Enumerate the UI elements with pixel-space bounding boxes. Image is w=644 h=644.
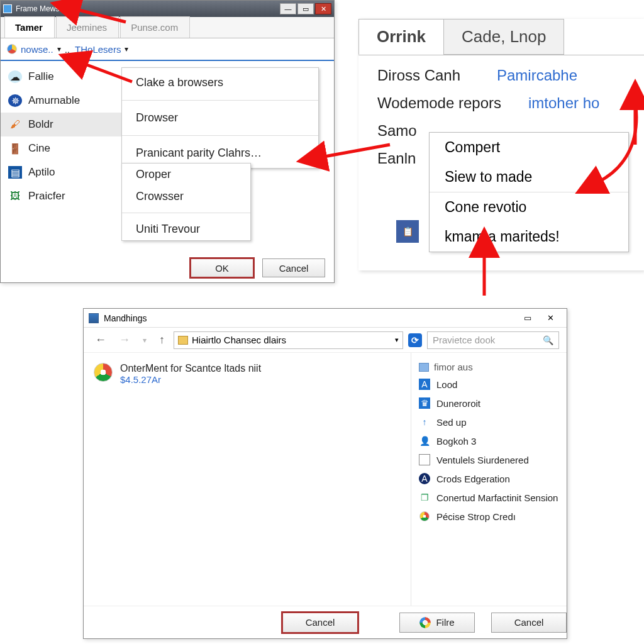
menu-item[interactable]: Uniti Trevour [122,218,250,240]
menu-item[interactable]: Siew to made [430,162,628,192]
side-item[interactable]: ♛Duneroroit [411,394,567,413]
cancel-button[interactable]: Cancel [282,613,358,633]
file-name: OnterMent for Scantce ltads niit [120,363,261,374]
row-link[interactable]: imtoher ho [528,94,599,112]
address-bar[interactable]: Hiairtlo Chansec dlairs ▾ [174,331,403,349]
side-item[interactable]: ❐Conertud Marfactinit Sension [411,488,567,507]
side-panel: fimor aus ALood ♛Duneroroit ↑Sed up 👤Bog… [411,353,567,606]
list-item[interactable]: ☁Fallie [1,65,121,89]
combo-tholesers[interactable]: THoLesers ▾ [75,44,128,55]
side-item[interactable]: Pécise Strop Credı [411,507,567,526]
cancel-button-2[interactable]: Cancel [491,613,567,633]
menu-item[interactable]: Compert [430,133,628,162]
tab-cade-lnop[interactable]: Cade, Lnop [443,19,564,55]
clipboard-icon: 📋 [396,220,419,243]
list-item[interactable]: ✵Amurnable [1,89,121,113]
chevron-down-icon: ▾ [57,45,61,53]
tab-punse[interactable]: Punse.com [120,16,190,38]
back-button[interactable]: ← [91,333,110,347]
filre-button[interactable]: Filre [399,613,475,633]
browser-list: ☁Fallie ✵Amurnable 🖌Boldr 🚪Cine ▤Aptilo … [1,61,121,212]
row-label: Diross Canh [377,67,497,84]
side-header: fimor aus [411,359,567,375]
side-item[interactable]: 👤Bogkoh 3 [411,431,567,450]
list-item[interactable]: 🚪Cine [1,136,121,160]
window-title: Frame Mewsers [16,4,70,13]
list-item[interactable]: 🖌Boldr [1,113,121,136]
recent-chevron-icon[interactable]: ▾ [139,336,150,345]
side-item[interactable]: ALood [411,375,567,394]
nav-bar: ← → ▾ ↑ Hiairtlo Chansec dlairs ▾ ⟳ Prav… [84,328,567,353]
minimize-button[interactable]: — [280,3,296,14]
panel-tabs: Orrink Cade, Lnop [358,19,644,55]
maximize-button[interactable]: ▭ [516,311,539,325]
row-link[interactable]: Pamircabhe [497,67,577,84]
forward-button[interactable]: → [115,333,134,347]
menu-item[interactable]: Cone revotio [430,192,628,222]
side-item[interactable]: Ventulels Siurdenered [411,450,567,469]
chevron-down-icon: ▾ [395,336,399,344]
menu-item[interactable]: kmam a mariteds! [430,222,628,252]
context-menu-main: Clake a browsers Drowser Pranicant parit… [121,67,319,169]
chrome-icon [94,363,113,382]
window-title: Mandhings [104,313,147,323]
folder-icon [178,336,188,345]
mandhings-window: Mandhings ▭ ✕ ← → ▾ ↑ Hiairtlo Chansec d… [83,308,567,639]
tab-jeemines[interactable]: Jeemines [56,16,119,38]
titlebar[interactable]: Mandhings ▭ ✕ [84,309,567,328]
menu-item[interactable]: Drowser [122,103,318,133]
list-item[interactable]: ▤Aptilo [1,160,121,184]
orrink-panel: Orrink Cade, Lnop Diross CanhPamircabhe … [358,19,644,270]
frame-mewsers-window: Frame Mewsers — ▭ ✕ Tamer Jeemines Punse… [0,0,335,283]
search-icon: 🔍 [543,335,553,345]
app-icon [89,313,99,323]
file-meta: $4.5.27Ar [120,374,261,385]
titlebar[interactable]: Frame Mewsers — ▭ ✕ [1,1,334,17]
context-menu-sub: Oroper Crowsser Uniti Trevour [121,163,251,241]
tab-bar: Tamer Jeemines Punse.com [1,17,334,38]
menu-item[interactable]: Clake a browsers [122,68,318,97]
side-item[interactable]: ACrods Edgeration [411,469,567,488]
cancel-button[interactable]: Cancel [262,258,325,277]
context-menu: Compert Siew to made Cone revotio kmam a… [429,132,629,252]
combo-nowse[interactable]: nowse.. ▾ .. [7,44,70,55]
chevron-down-icon: ▾ [125,45,128,53]
close-button[interactable]: ✕ [315,3,331,14]
side-item[interactable]: ↑Sed up [411,413,567,431]
tab-orrink[interactable]: Orrink [358,19,444,55]
row-label: Wodemode repors [377,94,528,112]
refresh-button[interactable]: ⟳ [408,333,422,347]
maximize-button[interactable]: ▭ [297,3,314,14]
app-icon [3,4,12,13]
list-item[interactable]: 🖼Praicfer [1,184,121,208]
tab-tamer[interactable]: Tamer [4,16,55,38]
ok-button[interactable]: OK [191,258,253,277]
up-button[interactable]: ↑ [155,333,169,347]
file-item[interactable]: OnterMent for Scantce ltads niit $4.5.27… [94,363,401,385]
file-pane: OnterMent for Scantce ltads niit $4.5.27… [84,353,411,606]
close-button[interactable]: ✕ [539,311,562,325]
search-input[interactable]: Pravietce dook 🔍 [427,331,559,349]
menu-item[interactable]: Crowsser [122,186,250,208]
google-icon [419,617,431,628]
monitor-icon [419,363,429,372]
footer: Cancel Filre Cancel [84,606,567,638]
toolbar: nowse.. ▾ .. THoLesers ▾ [1,38,334,61]
menu-item[interactable]: Oroper [122,164,250,186]
favicon-icon [7,44,17,54]
